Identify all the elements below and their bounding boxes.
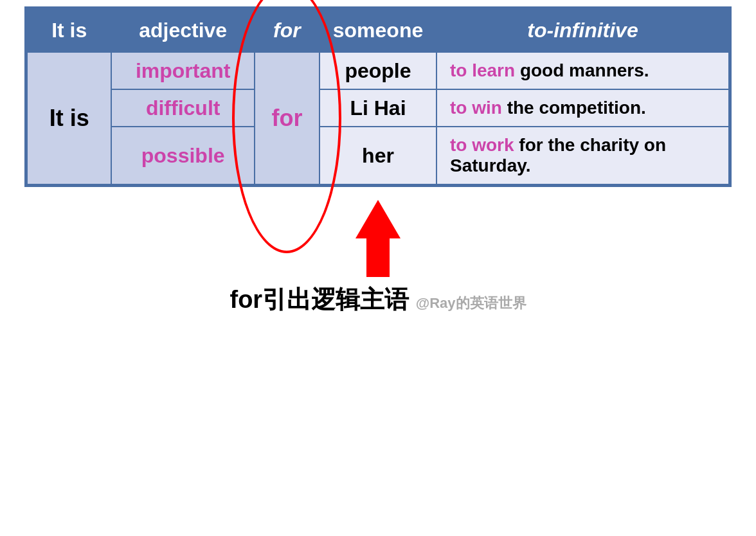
header-adjective: adjective [111, 9, 254, 52]
header-infinitive-label: -infinitive [546, 19, 638, 42]
header-for: for [255, 9, 320, 52]
bottom-label-text: for引出逻辑主语 [230, 286, 409, 313]
to-inf-rest-2: the competition. [502, 98, 646, 118]
grammar-table: It is adjective for someone to-infinitiv… [24, 6, 732, 187]
adjective-cell-1: important [111, 52, 254, 89]
someone-cell-1: people [320, 52, 437, 89]
adjective-cell-2: difficult [111, 89, 254, 127]
for-label: for [271, 105, 302, 131]
bottom-section: for引出逻辑主语 @Ray的英语世界 [230, 200, 526, 316]
it-is-cell: It is [27, 52, 111, 184]
bottom-label: for引出逻辑主语 @Ray的英语世界 [230, 283, 526, 316]
header-to-infinitive: to-infinitive [437, 9, 729, 52]
to-inf-cell-2: to win the competition. [437, 89, 729, 127]
arrow-head [356, 200, 401, 238]
for-cell: for [255, 52, 320, 184]
to-inf-cell-1: to learn good manners. [437, 52, 729, 89]
someone-cell-2: Li Hai [320, 89, 437, 127]
watermark-text: @Ray的英语世界 [416, 295, 526, 311]
someone-cell-3: her [320, 127, 437, 184]
header-someone: someone [320, 9, 437, 52]
to-inf-cell-3: to work for the charity on Saturday. [437, 127, 729, 184]
adjective-cell-3: possible [111, 127, 254, 184]
to-inf-highlight-2: to win [450, 98, 502, 118]
header-it-is: It is [27, 9, 111, 52]
arrow-shaft [366, 238, 390, 277]
to-inf-highlight-1: to learn [450, 60, 515, 80]
to-inf-highlight-3: to work [450, 135, 514, 155]
to-inf-rest-1: good manners. [515, 60, 649, 80]
arrow-container [356, 200, 401, 277]
header-to-label: to [527, 19, 546, 42]
